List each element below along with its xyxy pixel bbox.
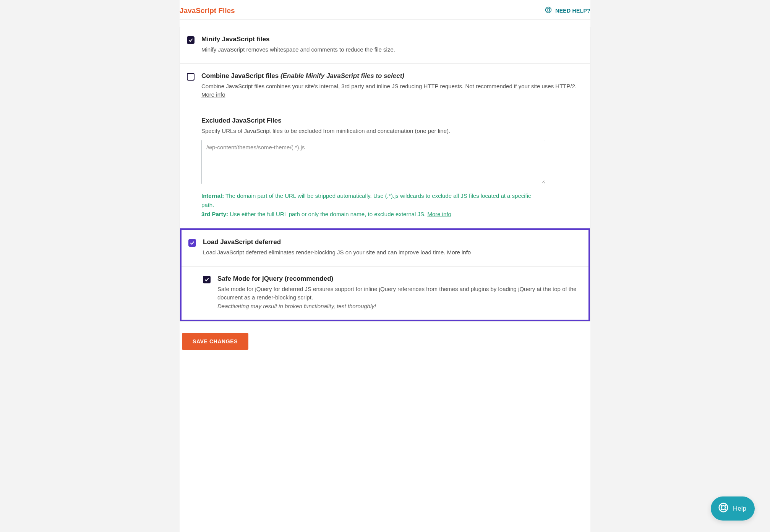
need-help-label: NEED HELP?	[555, 8, 590, 14]
safemode-checkbox[interactable]	[203, 276, 211, 283]
minify-desc: Minify JavaScript removes whitespace and…	[201, 45, 583, 54]
svg-line-9	[725, 504, 727, 506]
svg-line-8	[720, 504, 722, 506]
svg-point-1	[547, 9, 550, 11]
excluded-textarea[interactable]	[201, 140, 545, 184]
option-combine: Combine JavaScript files (Enable Minify …	[180, 64, 590, 108]
minify-checkbox[interactable]	[187, 36, 195, 44]
defer-checkbox[interactable]	[188, 239, 196, 247]
page-title: JavaScript Files	[180, 6, 235, 15]
combine-more-link[interactable]: More info	[201, 91, 225, 98]
lifebuoy-icon	[545, 6, 552, 15]
defer-title: Load JavaScript deferred	[203, 238, 582, 246]
safemode-title: Safe Mode for jQuery (recommended)	[217, 275, 582, 283]
defer-desc: Load JavaScript deferred eliminates rend…	[203, 248, 582, 257]
option-defer: Load JavaScript deferred Load JavaScript…	[182, 230, 588, 267]
option-safemode: Safe Mode for jQuery (recommended) Safe …	[182, 267, 588, 320]
highlighted-defer-section: Load JavaScript deferred Load JavaScript…	[180, 228, 590, 321]
combine-checkbox[interactable]	[187, 73, 195, 81]
settings-panel: Minify JavaScript files Minify JavaScrip…	[180, 27, 590, 322]
svg-line-10	[720, 509, 722, 511]
svg-point-7	[721, 506, 725, 509]
need-help-button[interactable]: NEED HELP?	[545, 6, 590, 15]
help-floating-button[interactable]: Help	[711, 496, 755, 521]
help-floating-label: Help	[733, 505, 746, 513]
combine-title: Combine JavaScript files (Enable Minify …	[201, 72, 583, 80]
excluded-desc: Specify URLs of JavaScript files to be e…	[201, 127, 583, 136]
svg-line-11	[725, 509, 727, 511]
option-minify: Minify JavaScript files Minify JavaScrip…	[180, 27, 590, 64]
combine-desc: Combine JavaScript files combines your s…	[201, 82, 583, 99]
minify-title: Minify JavaScript files	[201, 36, 583, 43]
excluded-note: Internal: The domain part of the URL wil…	[201, 191, 545, 219]
excluded-more-link[interactable]: More info	[427, 211, 451, 217]
save-button[interactable]: SAVE CHANGES	[182, 333, 248, 350]
safemode-desc: Safe mode for jQuery for deferred JS ens…	[217, 285, 582, 311]
lifebuoy-icon	[718, 502, 729, 515]
defer-more-link[interactable]: More info	[447, 249, 471, 255]
excluded-block: Excluded JavaScript Files Specify URLs o…	[180, 108, 590, 229]
excluded-title: Excluded JavaScript Files	[201, 117, 583, 125]
